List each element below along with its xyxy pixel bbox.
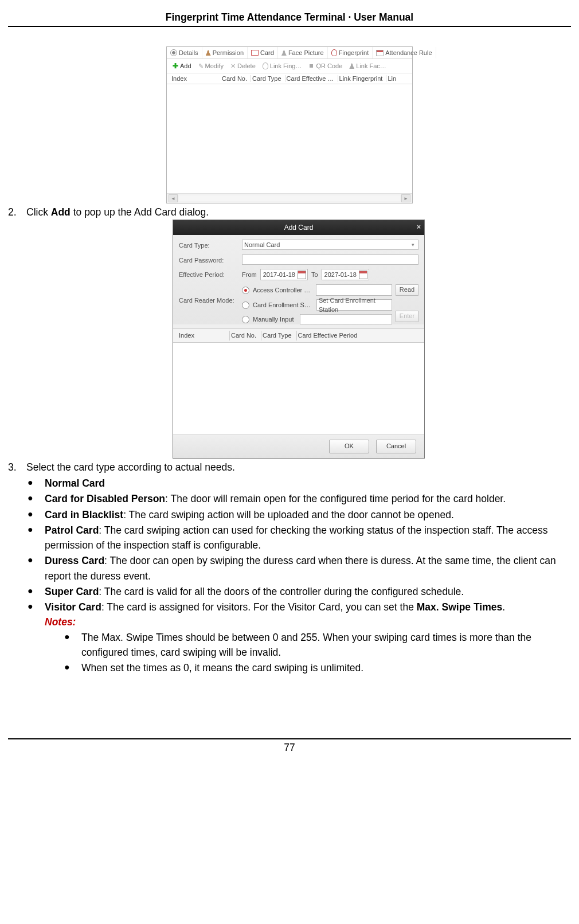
horizontal-scrollbar[interactable]: ◄ ►: [167, 193, 412, 203]
empty-table-body: [167, 84, 412, 193]
label-readermode: Card Reader Mode:: [179, 284, 242, 306]
card-duress: Duress Card: The door can open by swipin…: [26, 553, 571, 584]
label-effperiod: Effective Period:: [179, 269, 242, 280]
delete-icon: ✕: [230, 62, 236, 70]
col-index: Index: [170, 75, 221, 82]
note-1: The Max. Swipe Times should be between 0…: [63, 630, 571, 660]
card-patrol: Patrol Card: The card swiping action can…: [26, 523, 571, 553]
add-button[interactable]: ✚Add: [170, 61, 194, 71]
dialog-column-header: Index Card No. Card Type Card Effective …: [173, 328, 424, 343]
doc-header: Fingerprint Time Attendance Terminal · U…: [8, 11, 571, 27]
scroll-left-icon[interactable]: ◄: [169, 194, 178, 202]
cancel-button[interactable]: Cancel: [376, 440, 416, 453]
col-cardno: Card No.: [229, 331, 261, 340]
toolbar: ✚Add ✎Modify ✕Delete Link Fing… QR Code …: [167, 59, 412, 73]
tab-details[interactable]: Details: [167, 47, 202, 58]
card-icon: [251, 50, 259, 56]
face-icon: [281, 50, 287, 56]
edit-icon: ✎: [198, 62, 204, 70]
dialog-title: Add Card: [284, 224, 314, 232]
card-disabled: Card for Disabled Person: The door will …: [26, 491, 571, 506]
dialog-footer: OK Cancel: [173, 434, 424, 458]
scroll-track[interactable]: [179, 195, 400, 201]
col-cardno: Card No.: [221, 75, 251, 82]
radio-enroll-station[interactable]: [242, 302, 249, 309]
close-icon[interactable]: ×: [417, 222, 421, 232]
qrcode-button[interactable]: QR Code: [306, 61, 345, 71]
access-controller-select[interactable]: [316, 284, 392, 296]
col-linkfp: Link Fingerprint: [338, 75, 387, 82]
radio-manual-input[interactable]: [242, 316, 249, 323]
read-button[interactable]: Read: [396, 284, 418, 296]
gear-icon: [170, 49, 177, 56]
col-effective: Card Effective …: [285, 75, 338, 82]
cardpw-input[interactable]: [242, 255, 418, 265]
enter-button[interactable]: Enter: [396, 311, 418, 322]
dialog-table-body: [173, 343, 424, 434]
linkfinger-button[interactable]: Link Fing…: [260, 61, 304, 71]
note-2: When set the times as 0, it means the ca…: [63, 660, 571, 675]
plus-icon: ✚: [173, 62, 178, 70]
column-header: Index Card No. Card Type Card Effective …: [167, 73, 412, 84]
modify-button[interactable]: ✎Modify: [196, 61, 226, 71]
tab-face[interactable]: Face Picture: [278, 47, 328, 58]
fingerprint-icon: [331, 49, 337, 56]
calendar-icon: [298, 271, 306, 279]
card-blacklist: Card in Blacklist: The card swiping acti…: [26, 507, 571, 522]
tab-bar: Details Permission Card Face Picture Fin…: [167, 47, 412, 59]
date-to-input[interactable]: 2027-01-18: [322, 269, 369, 280]
attendance-icon: [376, 50, 384, 56]
radio-access-label: Access Controller …: [253, 285, 310, 295]
tab-permission[interactable]: Permission: [202, 47, 248, 58]
figure-add-card-dialog: Add Card × Card Type: Normal Card Card P…: [173, 220, 425, 459]
col-cardtype: Card Type: [251, 75, 285, 82]
face-link-icon: [349, 63, 354, 69]
ok-button[interactable]: OK: [329, 440, 369, 453]
scroll-right-icon[interactable]: ►: [401, 194, 410, 202]
date-from-input[interactable]: 2017-01-18: [260, 269, 308, 280]
label-cardpw: Card Password:: [179, 255, 242, 265]
enroll-station-field[interactable]: Set Card Enrollment Station: [316, 299, 392, 311]
tab-fingerprint[interactable]: Fingerprint: [328, 47, 373, 58]
col-index: Index: [178, 331, 229, 340]
card-normal: Normal Card: [26, 476, 571, 491]
linkface-button[interactable]: Link Fac…: [347, 61, 389, 71]
dialog-titlebar: Add Card ×: [173, 220, 424, 235]
card-visitor: Visitor Card: The card is assigned for v…: [26, 600, 571, 675]
label-cardtype: Card Type:: [179, 240, 242, 250]
qr-icon: [308, 63, 314, 69]
finger-icon: [263, 62, 268, 69]
notes-label: Notes:: [45, 614, 571, 629]
col-linkface: Lin: [386, 75, 400, 82]
calendar-icon: [359, 271, 367, 279]
col-effective: Card Effective Period: [296, 331, 362, 340]
card-super: Super Card: The card is valid for all th…: [26, 584, 571, 599]
delete-button[interactable]: ✕Delete: [228, 61, 258, 71]
step-3: 3. Select the card type according to act…: [8, 460, 571, 676]
manual-input[interactable]: [300, 314, 392, 324]
cardtype-select[interactable]: Normal Card: [242, 240, 418, 250]
col-cardtype: Card Type: [261, 331, 296, 340]
tab-card[interactable]: Card: [248, 47, 278, 58]
figure-card-tab: Details Permission Card Face Picture Fin…: [166, 46, 413, 203]
from-label: From: [242, 270, 257, 280]
person-icon: [206, 50, 211, 56]
page-number: 77: [8, 738, 571, 754]
tab-attendance[interactable]: Attendance Rule: [373, 47, 436, 58]
to-label: To: [311, 270, 318, 280]
radio-manual-label: Manually Input: [253, 315, 294, 324]
step-2: 2. Click Add to pop up the Add Card dial…: [8, 205, 571, 459]
radio-access-controller[interactable]: [242, 287, 249, 294]
radio-enroll-label: Card Enrollment S…: [253, 300, 311, 310]
